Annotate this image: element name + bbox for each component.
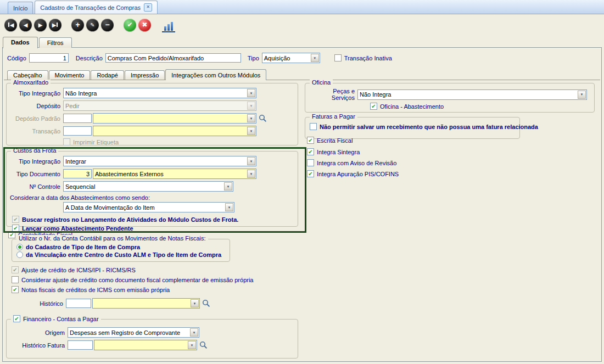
previous-record-button[interactable]: ◀ <box>19 19 32 31</box>
group-oficina-title: Oficina <box>310 79 333 86</box>
chevron-down-icon[interactable]: ▼ <box>247 114 255 122</box>
tipo-documento-select[interactable]: Abastecimentos Externos ▼ <box>93 169 256 179</box>
transacao-label: Transação <box>10 128 63 135</box>
historico-code-input[interactable] <box>66 299 91 308</box>
tab-integracoes[interactable]: Integrações com Outros Módulos <box>165 69 266 80</box>
chevron-down-icon[interactable]: ▼ <box>247 89 255 97</box>
ajuste-credito-checkbox <box>12 266 19 273</box>
considerar-data-select[interactable]: A Data de Movimentação do Item ▼ <box>63 202 234 212</box>
group-financeiro-title: Financeiro - Contas a Pagar <box>23 316 99 322</box>
chevron-down-icon[interactable]: ▼ <box>225 203 233 211</box>
previous-record-icon: ◀ <box>24 22 28 28</box>
codigo-input[interactable]: 1 <box>29 53 69 63</box>
transacao-inativa-checkbox[interactable] <box>334 54 342 61</box>
tab-filtros[interactable]: Filtros <box>39 37 72 48</box>
plus-icon: + <box>75 20 80 29</box>
tab-rodape[interactable]: Rodapé <box>91 70 124 80</box>
last-record-button[interactable]: ▶ <box>49 19 61 31</box>
notas-fiscais-checkbox[interactable] <box>12 286 19 293</box>
tipo-integracao-select[interactable]: Não Integra ▼ <box>63 88 256 98</box>
historico-row: Histórico ▼ <box>6 298 210 309</box>
edit-record-button[interactable]: ✎ <box>86 19 99 31</box>
tipo-integracao-value: Não Integra <box>65 90 97 97</box>
radio-vinculacao-label: da Vinculação entre Centro de Custo ALM … <box>26 251 221 258</box>
deposito-padrao-select[interactable]: ▼ <box>93 113 256 124</box>
chevron-down-icon[interactable]: ▼ <box>247 157 255 165</box>
financeiro-checkbox[interactable] <box>13 315 20 322</box>
lancar-pendente-label: Lançar como Abastecimento Pendente <box>22 225 133 232</box>
next-record-button[interactable]: ▶ <box>34 19 47 31</box>
aviso-revisao-checkbox[interactable] <box>307 159 314 166</box>
search-icon[interactable] <box>202 299 210 307</box>
considerar-ajuste-checkbox[interactable] <box>12 276 19 283</box>
chevron-down-icon[interactable]: ▼ <box>247 170 255 178</box>
chevron-down-icon[interactable]: ▼ <box>190 328 198 337</box>
confirm-button[interactable]: ✔ <box>124 19 136 31</box>
check-icon: ✔ <box>127 21 132 29</box>
tipo-label: Tipo <box>248 55 259 61</box>
chevron-down-icon[interactable]: ▼ <box>188 341 196 349</box>
buscar-registros-label: Buscar registros no Lançamento de Ativid… <box>22 216 238 223</box>
delete-record-button[interactable]: − <box>101 19 114 31</box>
descricao-input[interactable]: Compras Com Pedido/Almoxarifado <box>105 53 241 63</box>
deposito-select: Pedir ▼ <box>63 100 256 111</box>
contabilidade-fiscal-checkbox[interactable] <box>8 231 15 238</box>
origem-value: Despesas sem Registro de Comprovante <box>70 329 180 336</box>
radio-cadastro-tipo-item[interactable] <box>16 244 23 250</box>
historico-select[interactable]: ▼ <box>92 298 200 309</box>
notas-fiscais-option: Notas fiscais de créditos de ICMS com em… <box>12 286 170 293</box>
tipo-documento-label: Tipo Documento <box>10 171 63 177</box>
radio-vinculacao-centro-custo[interactable] <box>16 251 23 258</box>
integra-sintegra-option: Integra Sintegra <box>307 148 360 155</box>
integra-sintegra-label: Integra Sintegra <box>317 149 360 155</box>
oficina-abastecimento-checkbox[interactable] <box>370 103 377 110</box>
tipo-selected-value: Aquisição <box>264 55 290 61</box>
search-icon[interactable] <box>259 114 267 122</box>
transacao-select[interactable]: ▼ <box>93 126 256 136</box>
origem-select[interactable]: Despesas sem Registro de Comprovante ▼ <box>68 327 199 338</box>
tab-dados[interactable]: Dados <box>3 37 38 48</box>
pecas-servicos-select[interactable]: Não Integra ▼ <box>357 89 587 100</box>
tab-impressao[interactable]: Impressão <box>125 70 165 80</box>
historico-fatura-select[interactable]: ▼ <box>94 340 197 350</box>
n-controle-select[interactable]: Sequencial ▼ <box>63 181 233 192</box>
deposito-padrao-code-input[interactable] <box>63 114 92 123</box>
minus-icon: − <box>105 20 109 29</box>
tipo-select[interactable]: Aquisição ▼ <box>262 53 320 63</box>
nao-permitir-salvar-checkbox[interactable] <box>310 123 317 130</box>
origem-label: Origem <box>10 329 68 336</box>
escrita-fiscal-option: Escrita Fiscal <box>307 137 353 144</box>
pis-cofins-checkbox[interactable] <box>307 170 314 177</box>
considerar-data-value: A Data de Movimentação do Item <box>65 204 155 211</box>
chevron-down-icon[interactable]: ▼ <box>247 127 255 135</box>
historico-fatura-code-input[interactable] <box>68 340 93 350</box>
first-record-icon: ◀ <box>10 22 14 28</box>
cancel-button[interactable]: ✖ <box>138 19 151 31</box>
tab-cadastro-transacoes-compras[interactable]: Cadastro de Transações de Compras ✕ <box>35 1 158 14</box>
frota-tipo-integracao-select[interactable]: Integrar ▼ <box>63 156 256 166</box>
considerar-data-label: Considerar a data dos Abastecimentos com… <box>10 194 150 201</box>
escrita-fiscal-label: Escrita Fiscal <box>317 137 353 144</box>
first-record-button[interactable]: ◀ <box>4 19 17 31</box>
tipo-documento-code-input[interactable]: 3 <box>63 169 92 178</box>
chevron-down-icon[interactable]: ▼ <box>191 299 199 307</box>
chevron-down-icon[interactable]: ▼ <box>311 54 319 62</box>
considerar-ajuste-option: Considerar ajuste de crédito como docume… <box>12 276 254 283</box>
group-custos-frota-title: Custos da Frota <box>11 147 58 154</box>
tab-cabecalho[interactable]: Cabeçalho <box>7 70 48 80</box>
group-conta-contabil: Utilizar o Nr. da Conta Contábil para os… <box>12 239 230 262</box>
n-controle-value: Sequencial <box>65 183 95 190</box>
escrita-fiscal-checkbox[interactable] <box>307 137 314 144</box>
group-financeiro-caption: Financeiro - Contas a Pagar <box>11 315 101 322</box>
transacao-code-input[interactable] <box>63 126 92 136</box>
close-icon[interactable]: ✕ <box>144 3 152 12</box>
search-icon[interactable] <box>199 341 208 349</box>
tab-movimento[interactable]: Movimento <box>49 70 91 80</box>
integra-sintegra-checkbox[interactable] <box>307 148 314 155</box>
chevron-down-icon[interactable]: ▼ <box>578 91 586 99</box>
oficina-abastecimento-label: Oficina - Abastecimento <box>380 103 444 110</box>
chevron-down-icon[interactable]: ▼ <box>224 182 232 191</box>
chart-button[interactable] <box>162 18 175 32</box>
add-record-button[interactable]: + <box>71 19 84 31</box>
tab-inicio[interactable]: Início <box>8 2 33 14</box>
